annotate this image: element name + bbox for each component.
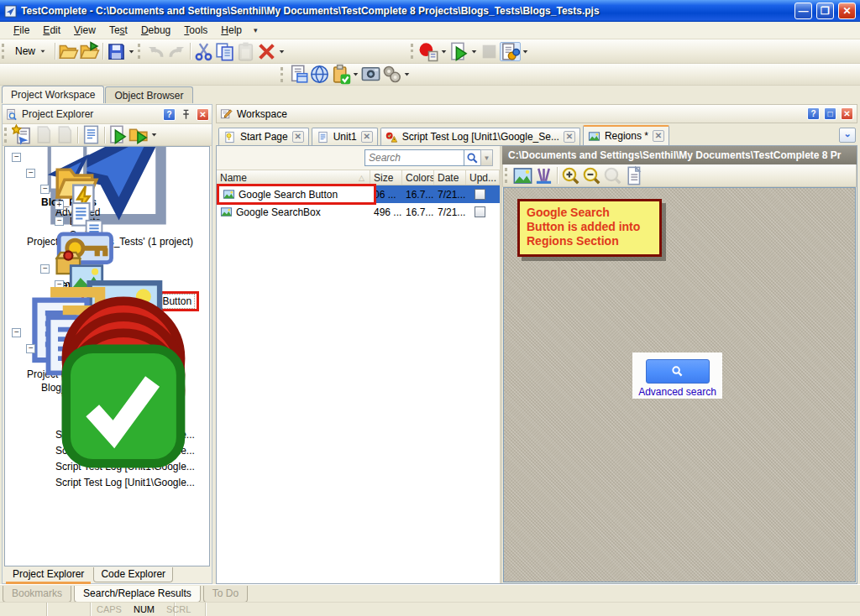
run-caret[interactable] bbox=[469, 42, 479, 61]
tree-expander-icon[interactable]: − bbox=[12, 153, 21, 162]
close-tab-icon[interactable]: ✕ bbox=[653, 130, 664, 142]
workspace-close-icon[interactable]: ✕ bbox=[841, 107, 853, 120]
picture-icon[interactable] bbox=[512, 166, 533, 185]
row2-overflow-caret[interactable] bbox=[402, 65, 412, 84]
menu-item-tools[interactable]: Tools bbox=[177, 23, 214, 38]
toolbar-grip[interactable] bbox=[2, 44, 8, 59]
status-cell bbox=[206, 603, 860, 616]
region-image-preview: Advanced search bbox=[632, 352, 722, 399]
update-checkbox[interactable] bbox=[475, 189, 485, 200]
tab-object-browser[interactable]: Object Browser bbox=[105, 86, 192, 103]
search-row: ▼ bbox=[217, 146, 500, 170]
menu-item-debug[interactable]: Debug bbox=[134, 23, 177, 38]
checkpoint-caret[interactable] bbox=[351, 65, 360, 84]
tree-expander-icon[interactable]: + bbox=[55, 201, 64, 210]
tab-project-explorer[interactable]: Project Explorer bbox=[6, 567, 91, 584]
delete-caret[interactable] bbox=[277, 42, 286, 61]
editor-tab-start-page[interactable]: Start Page✕ bbox=[218, 128, 309, 145]
editor-tab-regions-[interactable]: Regions *✕ bbox=[583, 125, 669, 145]
record-caret[interactable] bbox=[439, 42, 448, 61]
menu-item-edit[interactable]: Edit bbox=[36, 23, 67, 38]
search-input[interactable] bbox=[365, 150, 464, 165]
stop-icon bbox=[479, 42, 500, 61]
close-tab-icon[interactable]: ✕ bbox=[564, 131, 575, 143]
run-suite-icon[interactable] bbox=[128, 125, 149, 144]
toolbar-grip[interactable] bbox=[138, 44, 144, 59]
open-file-icon[interactable] bbox=[58, 42, 79, 61]
tree-expander-icon[interactable]: − bbox=[40, 264, 50, 274]
jump-to-icon[interactable] bbox=[288, 65, 309, 84]
view-doc-icon[interactable] bbox=[623, 166, 644, 185]
edit-tools-icon[interactable] bbox=[533, 166, 554, 185]
record-icon[interactable] bbox=[418, 42, 439, 61]
column-header-date[interactable]: Date bbox=[434, 170, 466, 185]
pin-icon[interactable] bbox=[180, 108, 192, 121]
tree-item[interactable]: −Project Suite 'Blogs_Tests' (1 project) bbox=[5, 149, 209, 165]
save-icon[interactable] bbox=[106, 42, 127, 61]
column-header-name[interactable]: Name△ bbox=[217, 170, 370, 185]
search-options-caret[interactable]: ▼ bbox=[480, 149, 493, 166]
web-icon[interactable] bbox=[309, 65, 330, 84]
minimize-button[interactable]: — bbox=[794, 3, 812, 19]
tree-expander-icon[interactable]: − bbox=[12, 328, 21, 337]
close-button[interactable]: ✕ bbox=[838, 3, 856, 19]
menu-item-file[interactable]: File bbox=[7, 23, 36, 38]
details-icon[interactable] bbox=[81, 125, 102, 144]
tab-search-replace-results[interactable]: Search/Replace Results bbox=[74, 586, 201, 603]
close-panel-icon[interactable]: ✕ bbox=[197, 108, 209, 121]
save-caret[interactable] bbox=[127, 42, 136, 61]
restore-button[interactable]: ❐ bbox=[816, 3, 834, 19]
toolbar-grip[interactable] bbox=[411, 44, 417, 59]
zoom-in-icon[interactable] bbox=[560, 166, 581, 185]
pe-overflow-caret[interactable] bbox=[149, 125, 159, 144]
tab-code-explorer[interactable]: Code Explorer bbox=[93, 567, 173, 582]
status-cell bbox=[175, 603, 206, 616]
cut-icon[interactable] bbox=[193, 42, 214, 61]
tree-expander-icon[interactable]: − bbox=[40, 185, 50, 194]
toolbar-grip[interactable] bbox=[505, 168, 511, 183]
close-tab-icon[interactable]: ✕ bbox=[292, 131, 304, 143]
tree-expander-icon[interactable]: − bbox=[26, 169, 35, 178]
add-item-icon[interactable] bbox=[12, 125, 33, 144]
search-icon[interactable] bbox=[464, 149, 480, 166]
editor-tab-script-test-log-unit1-google-se-[interactable]: Script Test Log [Unit1\Google_Se...✕ bbox=[380, 128, 580, 145]
visualizer-caret[interactable] bbox=[521, 42, 530, 61]
table-row[interactable]: Google Search Button06 ...16.7...7/21... bbox=[217, 185, 500, 203]
column-header-size[interactable]: Size bbox=[370, 170, 402, 185]
screenshot-icon[interactable] bbox=[360, 65, 381, 84]
project-explorer-icon bbox=[5, 108, 18, 121]
chevron-down-icon[interactable]: ⌄ bbox=[839, 128, 856, 143]
delete-icon[interactable] bbox=[256, 42, 277, 61]
toolbar-grip[interactable] bbox=[281, 67, 286, 82]
checkpoint-icon[interactable] bbox=[330, 65, 351, 84]
new-button[interactable]: New bbox=[9, 42, 52, 61]
tree-item[interactable]: Script Test Log [Unit1\Google... bbox=[5, 405, 209, 420]
table-row[interactable]: Google SearchBox496 ...16.7...7/21... bbox=[217, 203, 500, 221]
zoom-out-icon[interactable] bbox=[581, 166, 602, 185]
tree-expander-icon[interactable]: − bbox=[26, 344, 35, 353]
log-ok-icon bbox=[53, 336, 194, 477]
region-canvas[interactable]: Google SearchButton is added intoRegions… bbox=[503, 187, 856, 582]
close-tab-icon[interactable]: ✕ bbox=[361, 131, 373, 143]
tab-project-workspace[interactable]: Project Workspace bbox=[2, 86, 104, 103]
menu-bar: FileEditViewTestDebugToolsHelp▾ bbox=[0, 22, 860, 39]
run-icon[interactable] bbox=[448, 42, 469, 61]
editor-tab-unit1[interactable]: Unit1✕ bbox=[312, 128, 378, 145]
column-header-upd[interactable]: Upd... bbox=[466, 170, 500, 185]
update-checkbox[interactable] bbox=[475, 206, 485, 217]
workspace-help-icon[interactable]: ? bbox=[807, 107, 820, 120]
visualizer-icon[interactable] bbox=[500, 42, 521, 61]
workspace-maximize-icon[interactable]: □ bbox=[824, 107, 836, 120]
add-existing-icon[interactable] bbox=[79, 42, 100, 61]
menu-item-view[interactable]: View bbox=[67, 23, 102, 38]
run-project-icon[interactable] bbox=[108, 125, 128, 144]
menu-item-test[interactable]: Test bbox=[102, 23, 134, 38]
copy-icon[interactable] bbox=[214, 42, 235, 61]
column-header-colors[interactable]: Colors bbox=[402, 170, 434, 185]
help-icon[interactable]: ? bbox=[163, 108, 176, 121]
toolbar-grip[interactable] bbox=[4, 128, 10, 143]
toolbar-spacer bbox=[0, 74, 279, 75]
menu-item-help[interactable]: Help bbox=[214, 23, 249, 38]
menu-overflow-caret[interactable]: ▾ bbox=[249, 26, 263, 34]
options-icon[interactable] bbox=[381, 65, 402, 84]
